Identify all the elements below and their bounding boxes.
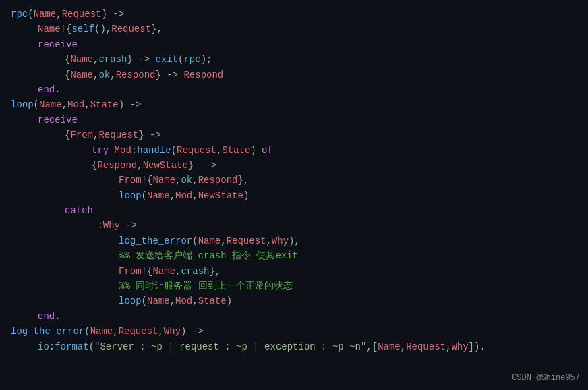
token: Name — [90, 324, 113, 339]
code-line: {Name,crash} -> exit(rpc); — [0, 52, 588, 67]
token: State — [222, 143, 250, 158]
code-line: log_the_error(Name,Request,Why), — [0, 233, 588, 248]
token: Why — [103, 218, 120, 233]
token: , — [446, 339, 451, 354]
token: Name — [378, 339, 401, 354]
token: Why — [451, 339, 468, 354]
token: Name — [34, 7, 57, 22]
token: Respond — [97, 158, 137, 173]
code-line: io:format("Server : ~p | request : ~p | … — [0, 339, 588, 354]
token: ) -> — [181, 324, 204, 339]
token: , — [175, 264, 181, 279]
token: { — [147, 173, 152, 188]
token: } -> — [155, 67, 178, 82]
code-line: _:Why -> — [0, 218, 588, 233]
token: NewState — [198, 188, 243, 203]
code-line: loop(Name,Mod,State) -> — [0, 97, 588, 112]
token: (), — [94, 22, 111, 36]
token: } -> — [138, 128, 161, 142]
token: of — [262, 143, 273, 158]
token: Name — [147, 188, 170, 203]
code-line: {Name,ok,Respond} -> Respond — [0, 67, 588, 82]
token: Server : ~p | request : ~p | exception :… — [100, 339, 360, 354]
token: } -> — [127, 52, 150, 67]
token: Name — [39, 97, 62, 112]
token: , — [56, 7, 61, 22]
token: , — [84, 97, 90, 112]
token: receive — [38, 37, 78, 52]
token: Name — [147, 294, 170, 308]
token: ( — [28, 7, 33, 22]
token: }, — [151, 22, 163, 36]
token: (" — [89, 339, 100, 354]
token: }, — [209, 264, 220, 279]
token: Name — [70, 52, 93, 67]
token: Name — [198, 233, 221, 248]
token: ( — [84, 324, 90, 339]
token: Mod — [67, 97, 84, 112]
token: Respond — [116, 67, 156, 82]
token: Request — [406, 339, 446, 354]
token: ( — [178, 52, 183, 67]
token: Respond — [198, 173, 238, 188]
code-line: loop(Name,Mod,State) — [0, 294, 588, 308]
token: Name — [152, 173, 175, 188]
token: , — [158, 324, 163, 339]
token: Request — [62, 7, 102, 22]
token: { — [65, 128, 70, 142]
token: }, — [237, 173, 249, 188]
token: ]). — [469, 339, 486, 354]
token: loop — [119, 294, 142, 308]
token: , — [170, 294, 175, 308]
token: ) — [243, 188, 249, 203]
token: : — [131, 143, 137, 158]
token: Request — [119, 324, 158, 339]
token: format — [55, 339, 88, 354]
code-line: log_the_error(Name,Request,Why) -> — [0, 324, 588, 339]
code-line: try Mod:handle(Request,State) of — [0, 143, 588, 158]
token: Name — [70, 67, 93, 82]
token: ( — [192, 233, 198, 248]
code-line: catch — [0, 203, 588, 218]
token: end — [38, 309, 55, 324]
code-line: end. — [0, 309, 588, 324]
token: Request — [227, 233, 266, 248]
token: handle — [137, 143, 171, 158]
token: ",[ — [361, 339, 378, 354]
token: { — [92, 158, 97, 173]
code-line: From!{Name,crash}, — [0, 264, 588, 279]
token: ( — [142, 188, 147, 203]
token: : — [49, 339, 55, 354]
token: crash — [181, 264, 209, 279]
token: } -> — [188, 158, 216, 173]
token: , — [192, 188, 198, 203]
token: State — [90, 97, 119, 112]
token: , — [220, 233, 226, 248]
token: , — [93, 128, 98, 142]
token: , — [192, 294, 198, 308]
token: ) -> — [101, 7, 124, 22]
token: ! — [61, 22, 66, 36]
token: loop — [119, 188, 142, 203]
code-line: receive — [0, 113, 588, 128]
token: ) — [250, 143, 262, 158]
token: { — [65, 67, 70, 82]
token: rpc — [183, 52, 200, 67]
token: Mod — [109, 143, 131, 158]
token: Name — [152, 264, 175, 279]
token: ); — [201, 52, 212, 67]
token: , — [175, 173, 181, 188]
code-line: end. — [0, 82, 588, 97]
token: Name — [38, 22, 61, 36]
token: Request — [177, 143, 216, 158]
code-line: Name!{self(),Request}, — [0, 22, 588, 36]
token: Request — [111, 22, 151, 36]
code-line: %% 发送给客户端 crash 指令 使其exit — [0, 248, 588, 263]
token: io — [38, 339, 49, 354]
token: Request — [98, 128, 138, 142]
token: catch — [65, 203, 93, 218]
code-editor: rpc(Name,Request) ->Name!{self(),Request… — [0, 0, 588, 390]
token: ( — [171, 143, 177, 158]
token: , — [216, 143, 222, 158]
token: { — [65, 52, 70, 67]
